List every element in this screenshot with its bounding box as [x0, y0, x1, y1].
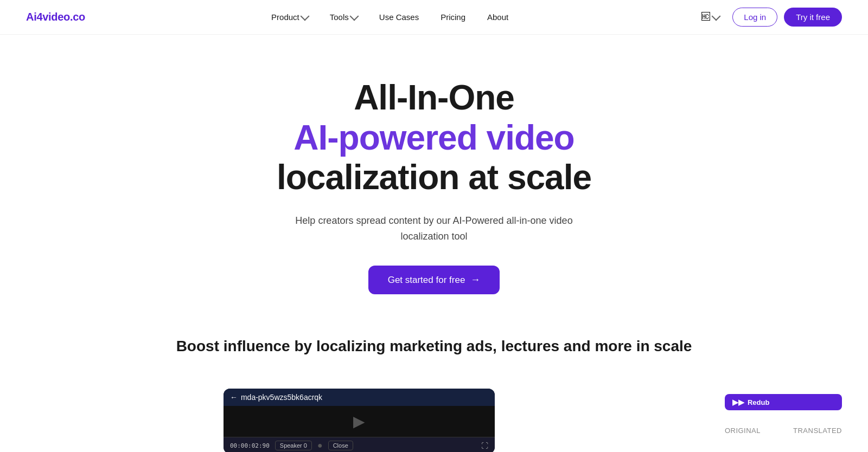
redub-badge[interactable]: ▶▶ Redub [725, 394, 842, 410]
video-player: ← mda-pkv5wzs5bk6acrqk ▶ 00:00:02:90 Spe… [224, 389, 495, 452]
chevron-down-icon [300, 12, 309, 21]
try-free-button[interactable]: Try it free [784, 8, 842, 27]
video-demo-area: ← mda-pkv5wzs5bk6acrqk ▶ 00:00:02:90 Spe… [0, 389, 868, 452]
speaker-button[interactable]: Speaker 0 [275, 441, 312, 450]
cta-button[interactable]: Get started for free → [368, 266, 500, 294]
redub-icon: ▶▶ [732, 398, 744, 406]
back-arrow-icon: ← [230, 393, 238, 402]
login-button[interactable]: Log in [732, 8, 777, 27]
navbar: Ai4video.co Product Tools Use Cases Pric… [0, 0, 868, 35]
nav-center: Product Tools Use Cases Pricing About [263, 8, 517, 26]
video-controls-bar: 00:00:02:90 Speaker 0 ● Close ⛶ [224, 437, 495, 452]
original-label: ORIGINAL [725, 427, 761, 435]
video-back-button[interactable]: ← mda-pkv5wzs5bk6acrqk [230, 393, 322, 402]
hero-title: All-In-One AI-powered video localization… [277, 78, 591, 198]
video-topbar: ← mda-pkv5wzs5bk6acrqk [224, 389, 495, 406]
nav-item-tools[interactable]: Tools [321, 8, 366, 26]
boost-section: Boost influence by localizing marketing … [0, 327, 868, 389]
nav-item-pricing[interactable]: Pricing [432, 8, 474, 26]
close-button[interactable]: Close [328, 441, 353, 450]
language-button[interactable]: 🆦 [694, 7, 726, 27]
translated-label: TRANSLATED [793, 427, 842, 435]
nav-item-about[interactable]: About [478, 8, 517, 26]
nav-right: 🆦 Log in Try it free [694, 7, 842, 27]
nav-item-product[interactable]: Product [263, 8, 317, 26]
nav-item-usecases[interactable]: Use Cases [371, 8, 427, 26]
translate-icon: 🆦 [701, 11, 711, 23]
chevron-down-icon [712, 12, 721, 21]
hero-section: All-In-One AI-powered video localization… [0, 35, 868, 327]
arrow-icon: → [470, 274, 480, 286]
logo[interactable]: Ai4video.co [26, 11, 85, 23]
chevron-down-icon [349, 12, 359, 21]
